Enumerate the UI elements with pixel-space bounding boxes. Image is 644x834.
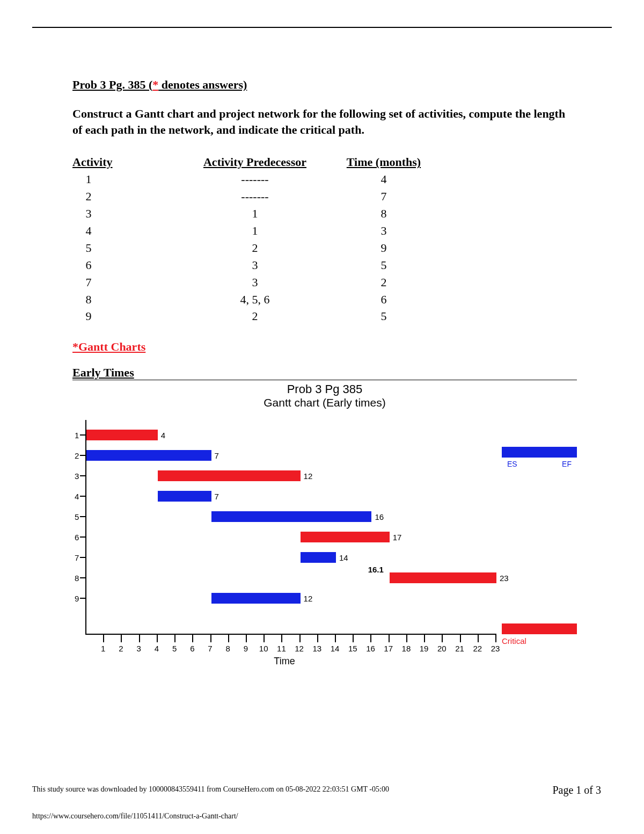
bar-end-label: 7	[215, 491, 219, 501]
footer-url: https://www.coursehero.com/file/11051411…	[32, 812, 238, 821]
gantt-bar	[390, 572, 496, 583]
x-tick	[370, 635, 371, 642]
table-body: 1-------42-------731841352963573284, 5, …	[72, 171, 572, 325]
bar-end-label: 12	[304, 471, 313, 480]
cell-predecessor: 2	[180, 308, 330, 325]
x-tick	[121, 635, 122, 642]
x-tick-label: 6	[190, 644, 194, 653]
x-tick-label: 13	[312, 644, 321, 653]
x-tick	[389, 635, 390, 642]
x-tick-label: 9	[244, 644, 248, 653]
y-axis-label: 8	[75, 573, 79, 582]
table-row: 84, 5, 66	[72, 291, 572, 308]
table-row: 318	[72, 205, 572, 222]
x-tick-label: 20	[437, 644, 447, 653]
table-row: 1-------4	[72, 171, 572, 188]
x-tick-label: 3	[136, 644, 141, 653]
gantt-chart: Prob 3 Pg 385 Gantt chart (Early times) …	[72, 382, 577, 650]
table-row: 635	[72, 257, 572, 274]
x-tick	[192, 635, 193, 642]
cell-time: 6	[330, 291, 437, 308]
cell-predecessor: 3	[180, 274, 330, 291]
chart-title-main: Prob 3 Pg 385	[72, 382, 577, 396]
y-tick	[80, 536, 85, 538]
x-tick	[157, 635, 158, 642]
table-row: 529	[72, 240, 572, 257]
cell-activity: 9	[72, 308, 180, 325]
x-tick-label: 2	[119, 644, 123, 653]
y-tick	[80, 598, 85, 599]
chart-title-sub: Gantt chart (Early times)	[72, 396, 577, 409]
legend-es-label: ES	[507, 460, 517, 468]
y-axis-label: 4	[75, 491, 79, 501]
legend-es-ef: ES EF	[502, 447, 577, 468]
cell-activity: 1	[72, 171, 180, 188]
table-row: 925	[72, 308, 572, 325]
x-tick-label: 16	[366, 644, 375, 653]
cell-activity: 2	[72, 188, 180, 205]
cell-predecessor: 4, 5, 6	[180, 291, 330, 308]
y-axis-label: 3	[75, 471, 79, 480]
legend-critical: Critical	[502, 623, 577, 646]
cell-time: 8	[330, 205, 437, 222]
x-axis	[85, 634, 496, 635]
cell-predecessor: -------	[180, 171, 330, 188]
cell-predecessor: 3	[180, 257, 330, 274]
x-tick	[460, 635, 461, 642]
x-tick-label: 22	[473, 644, 482, 653]
y-tick	[80, 557, 85, 558]
footer-note: This study source was downloaded by 1000…	[32, 785, 389, 794]
legend-critical-label: Critical	[502, 636, 526, 646]
gantt-bar	[211, 593, 301, 604]
bar-end-label: 4	[161, 430, 165, 439]
gantt-bar	[301, 552, 336, 563]
y-axis-label: 6	[75, 532, 79, 541]
cell-time: 3	[330, 222, 437, 240]
x-tick	[406, 635, 407, 642]
x-tick	[210, 635, 211, 642]
x-tick	[103, 635, 104, 642]
bar-annotation: 16.1	[368, 564, 384, 574]
x-tick-label: 7	[208, 644, 212, 653]
top-rule	[32, 27, 612, 28]
page-number: Page 1 of 3	[552, 784, 601, 796]
x-tick	[299, 635, 301, 642]
x-tick-label: 5	[172, 644, 177, 653]
x-tick-label: 19	[420, 644, 429, 653]
x-tick-label: 11	[277, 644, 286, 653]
bar-end-label: 16	[375, 512, 384, 521]
x-tick-label: 1	[101, 644, 105, 653]
gantt-section-heading: *Gantt Charts	[72, 340, 572, 354]
cell-time: 4	[330, 171, 437, 188]
x-tick	[424, 635, 425, 642]
legend-bar-red	[502, 623, 577, 634]
cell-time: 5	[330, 308, 437, 325]
bar-end-label: 14	[339, 553, 348, 562]
cell-time: 5	[330, 257, 437, 274]
y-tick	[80, 577, 85, 578]
gantt-bar	[86, 450, 211, 461]
bar-end-label: 7	[215, 451, 219, 460]
title-text-prefix: Prob 3 Pg. 385 (	[72, 78, 152, 91]
x-tick	[246, 635, 247, 642]
gantt-bar	[158, 491, 211, 502]
cell-time: 7	[330, 188, 437, 205]
cell-activity: 4	[72, 222, 180, 240]
header-activity: Activity	[72, 154, 180, 171]
title-text-suffix: denotes answers)	[158, 78, 247, 91]
content: Prob 3 Pg. 385 (* denotes answers) Const…	[72, 78, 572, 651]
table-row: 732	[72, 274, 572, 291]
header-time: Time (months)	[330, 154, 437, 171]
x-tick	[281, 635, 282, 642]
x-tick-label: 4	[155, 644, 159, 653]
problem-title: Prob 3 Pg. 385 (* denotes answers)	[72, 78, 572, 92]
cell-predecessor: -------	[180, 188, 330, 205]
chart-title: Prob 3 Pg 385 Gantt chart (Early times)	[72, 382, 577, 409]
y-tick	[80, 434, 85, 436]
bar-end-label: 12	[304, 593, 313, 603]
activity-table: Activity Activity Predecessor Time (mont…	[72, 154, 572, 325]
cell-activity: 7	[72, 274, 180, 291]
legend-ef-label: EF	[562, 460, 572, 468]
x-tick	[335, 635, 336, 642]
x-tick	[442, 635, 443, 642]
